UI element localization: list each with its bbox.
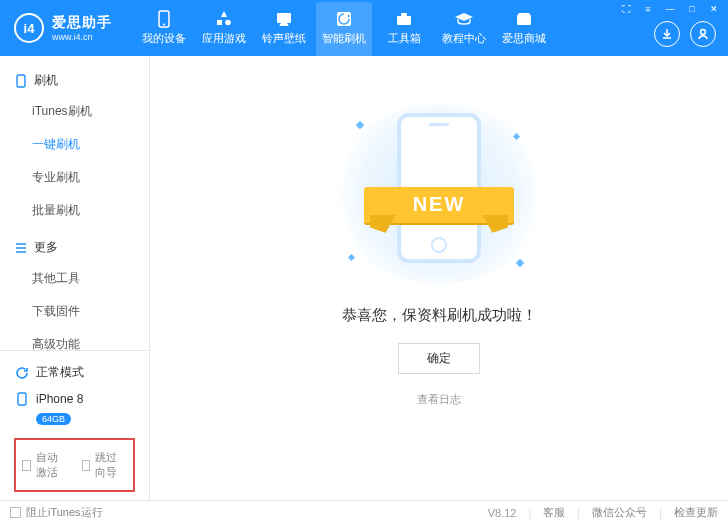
menu-icon xyxy=(14,241,28,255)
checkbox-box xyxy=(82,460,91,471)
nav-label: 工具箱 xyxy=(388,31,421,46)
main-content: NEW 恭喜您，保资料刷机成功啦！ 确定 查看日志 xyxy=(150,56,728,500)
sidebar-item-other-tools[interactable]: 其他工具 xyxy=(10,262,139,295)
device-name: iPhone 8 xyxy=(36,392,83,406)
sidebar-item-pro-flash[interactable]: 专业刷机 xyxy=(10,161,139,194)
device-icon xyxy=(154,10,174,28)
flash-options-highlight: 自动激活 跳过向导 xyxy=(14,438,135,492)
nav-toolbox[interactable]: 工具箱 xyxy=(374,0,434,56)
titlebar-minimize[interactable]: — xyxy=(662,2,678,16)
version-label: V8.12 xyxy=(488,507,517,519)
skip-guide-checkbox[interactable]: 跳过向导 xyxy=(82,450,128,480)
tutorial-icon xyxy=(454,10,474,28)
sidebar-group-flash: 刷机 iTunes刷机 一键刷机 专业刷机 批量刷机 xyxy=(0,66,149,227)
flash-icon xyxy=(334,10,354,28)
nav-label: 智能刷机 xyxy=(322,31,366,46)
device-mode[interactable]: 正常模式 xyxy=(10,359,139,386)
svg-rect-7 xyxy=(401,13,407,16)
svg-rect-10 xyxy=(17,75,25,87)
apps-icon xyxy=(214,10,234,28)
user-button[interactable] xyxy=(690,21,716,47)
block-itunes-checkbox[interactable]: 阻止iTunes运行 xyxy=(10,505,103,520)
ringtone-icon xyxy=(274,10,294,28)
svg-rect-6 xyxy=(397,16,411,25)
group-title: 更多 xyxy=(34,239,58,256)
titlebar-maximize[interactable]: □ xyxy=(684,2,700,16)
logo-url: www.i4.cn xyxy=(52,32,112,42)
logo-mark: i4 xyxy=(14,13,44,43)
wechat-link[interactable]: 微信公众号 xyxy=(592,505,647,520)
success-message: 恭喜您，保资料刷机成功啦！ xyxy=(342,306,537,325)
nav-label: 教程中心 xyxy=(442,31,486,46)
device-mode-label: 正常模式 xyxy=(36,364,84,381)
sidebar: 刷机 iTunes刷机 一键刷机 专业刷机 批量刷机 更多 其他工具 下载固件 xyxy=(0,56,150,500)
nav-label: 应用游戏 xyxy=(202,31,246,46)
sidebar-item-download-fw[interactable]: 下载固件 xyxy=(10,295,139,328)
group-title: 刷机 xyxy=(34,72,58,89)
nav-ringtone[interactable]: 铃声壁纸 xyxy=(254,0,314,56)
nav-tutorial[interactable]: 教程中心 xyxy=(434,0,494,56)
auto-activate-label: 自动激活 xyxy=(36,450,68,480)
checkbox-box xyxy=(22,460,31,471)
nav-label: 爱思商城 xyxy=(502,31,546,46)
nav-label: 铃声壁纸 xyxy=(262,31,306,46)
hero-illustration: NEW xyxy=(329,104,549,284)
phone-icon xyxy=(14,74,28,88)
svg-rect-8 xyxy=(517,16,531,25)
mall-icon xyxy=(514,10,534,28)
check-update-link[interactable]: 检查更新 xyxy=(674,505,718,520)
sidebar-group-more: 更多 其他工具 下载固件 高级功能 xyxy=(0,233,149,350)
toolbox-icon xyxy=(394,10,414,28)
new-ribbon: NEW xyxy=(364,187,514,223)
sidebar-item-batch-flash[interactable]: 批量刷机 xyxy=(10,194,139,227)
nav-my-device[interactable]: 我的设备 xyxy=(134,0,194,56)
block-itunes-label: 阻止iTunes运行 xyxy=(26,505,103,520)
sidebar-item-oneclick-flash[interactable]: 一键刷机 xyxy=(10,128,139,161)
svg-point-3 xyxy=(225,20,231,26)
skip-guide-label: 跳过向导 xyxy=(95,450,127,480)
nav-apps[interactable]: 应用游戏 xyxy=(194,0,254,56)
nav-label: 我的设备 xyxy=(142,31,186,46)
nav-flash[interactable]: 智能刷机 xyxy=(314,0,374,56)
app-logo: i4 爱思助手 www.i4.cn xyxy=(0,13,126,43)
status-bar: 阻止iTunes运行 V8.12 | 客服 | 微信公众号 | 检查更新 xyxy=(0,500,728,524)
svg-rect-4 xyxy=(277,13,291,23)
download-button[interactable] xyxy=(654,21,680,47)
nav-mall[interactable]: 爱思商城 xyxy=(494,0,554,56)
checkbox-box xyxy=(10,507,21,518)
customer-service-link[interactable]: 客服 xyxy=(543,505,565,520)
confirm-button[interactable]: 确定 xyxy=(398,343,480,374)
svg-rect-11 xyxy=(18,393,26,405)
titlebar-close[interactable]: ✕ xyxy=(706,2,722,16)
phone-icon xyxy=(14,391,30,407)
view-log-link[interactable]: 查看日志 xyxy=(417,392,461,407)
sidebar-item-itunes-flash[interactable]: iTunes刷机 xyxy=(10,95,139,128)
svg-point-1 xyxy=(163,24,165,26)
svg-point-9 xyxy=(701,30,706,35)
top-nav: 我的设备 应用游戏 铃声壁纸 智能刷机 工具箱 教程中心 爱思商城 xyxy=(134,0,554,56)
titlebar-menu-icon[interactable]: ≡ xyxy=(640,2,656,16)
refresh-icon xyxy=(14,365,30,381)
storage-badge: 64GB xyxy=(36,413,71,425)
sidebar-item-advanced[interactable]: 高级功能 xyxy=(10,328,139,350)
auto-activate-checkbox[interactable]: 自动激活 xyxy=(22,450,68,480)
titlebar-cart-icon[interactable]: ⛶ xyxy=(618,2,634,16)
logo-title-cn: 爱思助手 xyxy=(52,14,112,32)
device-info[interactable]: iPhone 8 64GB xyxy=(10,386,139,430)
svg-rect-2 xyxy=(217,20,222,25)
